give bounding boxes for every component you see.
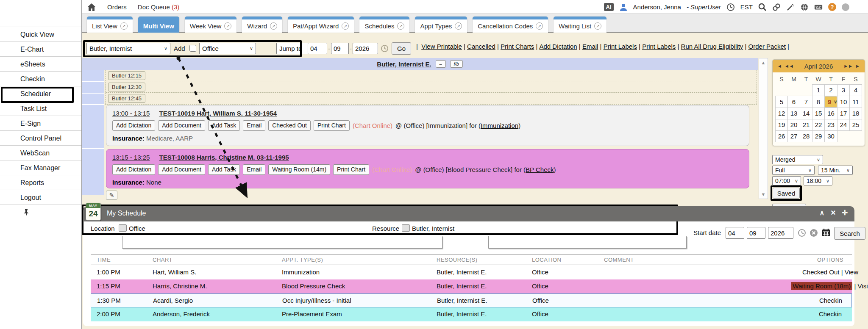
scroll-up-icon[interactable]: ▲ bbox=[759, 60, 768, 65]
calendar-day[interactable]: 19 bbox=[776, 119, 788, 130]
sidebar-item-e-chart[interactable]: E-Chart bbox=[0, 41, 81, 56]
calendar-day[interactable]: 12 bbox=[776, 108, 788, 119]
calendar-day[interactable]: 16 bbox=[825, 108, 837, 119]
calendar-day[interactable]: 5 bbox=[776, 96, 788, 108]
calendar-day[interactable]: 6 bbox=[788, 96, 800, 108]
table-row-harris[interactable]: 1:15 PM Harris, Christine M. Blood Press… bbox=[91, 279, 852, 293]
link-order-packet[interactable]: Order Packet bbox=[748, 43, 791, 50]
calendar-day[interactable]: 1 bbox=[812, 84, 825, 96]
scroll-down-icon[interactable]: ▼ bbox=[759, 192, 768, 197]
link-email[interactable]: Email bbox=[582, 43, 604, 50]
appointment-time-link[interactable]: 13:15 - 13:25 bbox=[112, 154, 150, 161]
tab-waiting-list[interactable]: Waiting List bbox=[554, 17, 606, 33]
popout-icon[interactable] bbox=[270, 22, 277, 30]
search-button[interactable]: Search bbox=[834, 227, 865, 240]
popout-icon[interactable] bbox=[536, 22, 543, 30]
date-month-input[interactable] bbox=[308, 43, 327, 54]
sidebar-item-e-sign[interactable]: E-Sign bbox=[0, 116, 81, 130]
go-button[interactable]: Go bbox=[392, 42, 411, 55]
calendar-day[interactable]: 14 bbox=[800, 108, 812, 119]
add-checkbox[interactable] bbox=[189, 45, 196, 52]
resource-collapse-button[interactable]: – bbox=[402, 224, 410, 232]
date-day-input[interactable] bbox=[331, 43, 349, 54]
calendar-day[interactable]: 13 bbox=[788, 108, 800, 119]
calendar-day[interactable]: 23 bbox=[825, 119, 837, 130]
move-window-icon[interactable]: ✛ bbox=[842, 209, 848, 217]
slot-row[interactable]: Butler 12:15 bbox=[106, 70, 757, 81]
appointment-harris[interactable]: 13:15 - 13:25 TEST-10008 Harris, Christi… bbox=[106, 149, 749, 188]
appointment-hart[interactable]: 13:00 - 13:15 TEST-10019 Hart, William S… bbox=[106, 105, 749, 146]
sidebar-item-logout[interactable]: Logout bbox=[0, 190, 81, 205]
link-print-labels-2[interactable]: Print Labels bbox=[642, 43, 681, 50]
add-document-button[interactable]: Add Document bbox=[158, 120, 205, 131]
time-icon[interactable] bbox=[798, 229, 806, 237]
link-view-printable[interactable]: View Printable bbox=[421, 43, 467, 50]
collapse-window-icon[interactable]: ∧ bbox=[819, 209, 824, 217]
slot-button-1215[interactable]: Butler 12:15 bbox=[108, 71, 145, 80]
calendar-day[interactable]: 3 bbox=[837, 84, 850, 96]
interval-select[interactable]: 15 Min. bbox=[818, 166, 853, 175]
calendar-day[interactable]: 15 bbox=[812, 108, 825, 119]
checked-out-button[interactable]: Checked Out bbox=[268, 120, 311, 131]
start-date-month-input[interactable] bbox=[726, 227, 744, 239]
tab-list-view[interactable]: List View bbox=[87, 17, 133, 33]
keyboard-icon[interactable] bbox=[814, 3, 823, 11]
popout-icon[interactable] bbox=[120, 22, 128, 30]
view-link[interactable]: View bbox=[845, 268, 858, 276]
my-schedule-title-bar[interactable]: My Schedule ∧ ✕ ✛ bbox=[83, 206, 854, 221]
print-chart-button[interactable]: Print Chart bbox=[314, 120, 350, 131]
calendar-day[interactable]: 29 bbox=[812, 130, 825, 142]
sidebar-item-esheets[interactable]: eSheets bbox=[0, 56, 81, 71]
provider-select[interactable]: Butler, Internist bbox=[86, 43, 170, 54]
link-cancelled[interactable]: Cancelled bbox=[467, 43, 501, 50]
nav-doc-queue[interactable]: Doc Queue (3) bbox=[138, 3, 179, 11]
popout-icon[interactable] bbox=[342, 22, 349, 30]
table-row-hart[interactable]: 1:00 PM Hart, William S. Immunization Bu… bbox=[91, 265, 852, 279]
clock-icon[interactable] bbox=[381, 44, 389, 53]
patient-link[interactable]: TEST-10008 Harris, Christine M. 03-11-19… bbox=[159, 154, 289, 161]
calendar-next-arrow[interactable]: ► bbox=[854, 64, 861, 69]
ai-badge[interactable]: AI bbox=[604, 3, 614, 11]
globe-icon[interactable] bbox=[800, 3, 809, 11]
popout-icon[interactable] bbox=[455, 22, 462, 30]
tab-appt-types[interactable]: Appt Types bbox=[415, 17, 467, 33]
slot-row[interactable]: Butler 12:45 bbox=[106, 93, 757, 104]
calendar-day[interactable]: 22 bbox=[812, 119, 825, 130]
add-document-button[interactable]: Add Document bbox=[158, 164, 205, 175]
print-chart-button[interactable]: Print Chart bbox=[333, 164, 369, 175]
add-task-button[interactable]: Add Task bbox=[208, 120, 240, 131]
calendar-day[interactable]: 26 bbox=[776, 130, 788, 142]
collapse-column-button[interactable]: – bbox=[436, 60, 446, 68]
sidebar-item-control-panel[interactable]: Control Panel bbox=[0, 130, 81, 145]
sidebar-item-fax-manager[interactable]: Fax Manager bbox=[0, 160, 81, 175]
tab-schedules[interactable]: Schedules bbox=[359, 17, 409, 33]
status-circle-icon[interactable] bbox=[842, 3, 849, 11]
email-button[interactable]: Email bbox=[243, 120, 265, 131]
calendar-day[interactable]: 18 bbox=[850, 108, 862, 119]
add-task-button[interactable]: Add Task bbox=[208, 164, 240, 175]
start-date-year-input[interactable] bbox=[768, 227, 793, 239]
popout-icon[interactable] bbox=[397, 22, 404, 30]
office-select[interactable]: Office bbox=[199, 43, 256, 54]
edit-slot-button[interactable]: ✎ bbox=[106, 191, 117, 200]
calendar-prev-fast-arrow[interactable]: ◄◄ bbox=[783, 64, 795, 69]
wand-icon[interactable] bbox=[786, 3, 795, 11]
nav-orders[interactable]: Orders bbox=[107, 3, 127, 11]
popout-icon[interactable] bbox=[224, 22, 231, 30]
appointment-time-link[interactable]: 13:00 - 13:15 bbox=[112, 110, 150, 117]
link-print-charts[interactable]: Print Charts bbox=[501, 43, 539, 50]
tab-multi-view[interactable]: Multi View bbox=[138, 17, 179, 33]
email-button[interactable]: Email bbox=[243, 164, 265, 175]
visit-link[interactable]: Visit bbox=[858, 282, 868, 290]
table-row-anderson[interactable]: 2:00 PM Anderson, Frederick Pre-Placemen… bbox=[91, 307, 852, 321]
slot-button-1230[interactable]: Butler 12:30 bbox=[108, 83, 145, 91]
end-time-select[interactable]: 18:00 bbox=[804, 176, 832, 185]
calendar-day[interactable]: 30 bbox=[825, 130, 837, 142]
waiting-room-badge[interactable]: Waiting Room (18m) bbox=[791, 282, 852, 290]
appt-type-link[interactable]: Immunization bbox=[481, 122, 518, 129]
sidebar-item-webscan[interactable]: WebScan bbox=[0, 145, 81, 160]
sidebar-item-task-list[interactable]: Task List bbox=[0, 101, 81, 116]
calendar-day[interactable]: 4 bbox=[850, 84, 862, 96]
slot-button-1245[interactable]: Butler 12:45 bbox=[108, 94, 145, 103]
calendar-day[interactable]: 24 bbox=[837, 119, 850, 130]
